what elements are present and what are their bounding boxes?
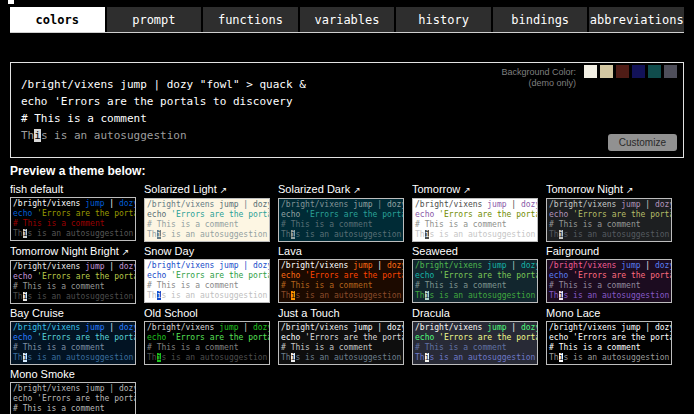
token-command: dozy (253, 261, 270, 270)
sample-line: This is an autosuggestion (549, 291, 669, 301)
token-autosuggestion: s is an autosuggestion (161, 291, 267, 300)
tab-colors[interactable]: colors (10, 7, 105, 32)
sample-line: /bright/vixens jump | dozy "fowl" > quac… (415, 323, 535, 333)
tab-variables[interactable]: variables (300, 7, 395, 32)
external-link-icon[interactable]: ↗ (122, 247, 130, 257)
token-fg: | (507, 323, 521, 332)
theme-title-text: Tomorrow Night (546, 183, 623, 195)
theme-title-text: fish default (10, 183, 63, 195)
external-link-icon[interactable]: ↗ (626, 185, 634, 195)
theme-preview-box[interactable]: /bright/vixens jump | dozy "fowl" > quac… (144, 259, 270, 303)
bg-color-swatch-4[interactable] (632, 65, 645, 78)
token-command: jump (621, 261, 640, 270)
theme-preview-box[interactable]: /bright/vixens jump | dozy "fowl" > quac… (10, 321, 136, 365)
token-quote: 'Errors are the portals to discovery (37, 272, 136, 281)
theme-title-text: Mono Smoke (10, 368, 75, 380)
token-comment: # This is a comment (13, 219, 105, 228)
bg-color-swatch-6[interactable] (664, 65, 677, 78)
theme-preview-box[interactable]: /bright/vixens jump | dozy "fowl" > quac… (546, 321, 672, 365)
theme-title-text: Old School (144, 307, 198, 319)
external-link-icon[interactable]: ↗ (463, 185, 471, 195)
bg-color-swatch-1[interactable] (584, 65, 597, 78)
tab-history[interactable]: history (396, 7, 491, 32)
token-autosuggestion: s is an autosuggestion (295, 230, 401, 239)
token-path: /bright/vixens (147, 323, 214, 332)
theme-preview-box[interactable]: /bright/vixens jump | dozy "fowl" > quac… (144, 198, 270, 242)
token-command: jump (621, 323, 640, 332)
tab-bindings[interactable]: bindings (493, 7, 588, 32)
token-autosuggestion: s is an autosuggestion (563, 291, 669, 300)
theme-preview-box[interactable]: /bright/vixens jump | dozy "fowl" > quac… (412, 198, 538, 242)
tab-label: functions (218, 13, 283, 27)
bg-color-swatch-2[interactable] (600, 65, 613, 78)
sample-line: /bright/vixens jump | dozy "fowl" > quac… (415, 200, 535, 210)
sample-line: # This is a comment (13, 343, 133, 353)
token-comment: # This is a comment (147, 281, 239, 290)
theme-grid: fish default /bright/vixens jump | dozy … (10, 182, 686, 414)
token-path: /bright/vixens (21, 78, 114, 91)
token-comment: # This is a comment (549, 281, 641, 290)
token-command: dozy (387, 323, 404, 332)
token-quote: 'Errors are the portals to discovery (54, 95, 292, 108)
sample-line: This is an autosuggestion (415, 353, 535, 363)
sample-line: /bright/vixens jump | dozy "fowl" > quac… (549, 261, 669, 271)
theme-preview-box[interactable]: /bright/vixens jump | dozy "fowl" > quac… (412, 259, 538, 303)
theme-preview-box[interactable]: /bright/vixens jump | dozy "fowl" > quac… (546, 259, 672, 303)
theme-preview-box[interactable]: /bright/vixens jump | dozy "fowl" > quac… (546, 198, 672, 242)
sample-line: echo 'Errors are the portals to discover… (281, 271, 401, 281)
sample-line: # This is a comment (21, 110, 683, 127)
tab-abbreviations[interactable]: abbreviations (589, 7, 684, 32)
token-command: echo (549, 271, 568, 280)
tab-functions[interactable]: functions (203, 7, 298, 32)
sample-line: # This is a comment (13, 219, 133, 229)
token-quote: 'Errors are the portals to discovery (439, 210, 538, 219)
token-autosuggestion: Th (147, 353, 157, 362)
external-link-icon[interactable]: ↗ (220, 185, 228, 195)
token-command: dozy (655, 323, 672, 332)
tab-label: colors (36, 13, 79, 27)
theme-preview-box[interactable]: /bright/vixens jump | dozy "fowl" > quac… (10, 382, 136, 414)
theme-title-text: Snow Day (144, 245, 194, 257)
token-path: /bright/vixens (281, 261, 348, 270)
theme-preview-box[interactable]: /bright/vixens jump | dozy "fowl" > quac… (278, 259, 404, 303)
theme-title: fish default (10, 183, 136, 195)
token-redirect: > (246, 78, 253, 91)
token-autosuggestion: s is an autosuggestion (429, 230, 535, 239)
theme-card-just-a-touch: Just a Touch /bright/vixens jump | dozy … (278, 306, 404, 365)
token-comment: # This is a comment (21, 112, 147, 125)
theme-preview-box[interactable]: /bright/vixens jump | dozy "fowl" > quac… (10, 260, 136, 304)
theme-preview-box[interactable]: /bright/vixens jump | dozy "fowl" > quac… (278, 321, 404, 365)
token-quote: 'Errors are the portals to discovery (439, 333, 538, 342)
theme-preview-box[interactable]: /bright/vixens jump | dozy "fowl" > quac… (10, 197, 136, 241)
sample-line: # This is a comment (415, 343, 535, 353)
theme-preview-box[interactable]: /bright/vixens jump | dozy "fowl" > quac… (144, 321, 270, 365)
external-link-icon[interactable]: ↗ (353, 185, 361, 195)
token-command: echo (21, 95, 48, 108)
theme-preview-box[interactable]: /bright/vixens jump | dozy "fowl" > quac… (412, 321, 538, 365)
sample-line: echo 'Errors are the portals to discover… (147, 271, 267, 281)
theme-title-text: Tomorrow (412, 183, 460, 195)
theme-title: Solarized Light↗ (144, 183, 270, 196)
token-autosuggestion: Th (549, 230, 559, 239)
theme-card-mono-smoke: Mono Smoke /bright/vixens jump | dozy "f… (10, 367, 136, 414)
preview-heading: Preview a theme below: (10, 164, 145, 178)
token-quote: 'Errors are the portals to discovery (573, 271, 672, 280)
bg-color-swatch-5[interactable] (648, 65, 661, 78)
token-comment: # This is a comment (281, 343, 373, 352)
theme-preview-box[interactable]: /bright/vixens jump | dozy "fowl" > quac… (278, 198, 404, 242)
theme-title: Solarized Dark↗ (278, 183, 404, 196)
sample-line: This is an autosuggestion (13, 229, 133, 239)
sample-line: /bright/vixens jump | dozy "fowl" > quac… (13, 384, 133, 394)
sample-line: # This is a comment (549, 220, 669, 230)
token-command: jump (219, 323, 238, 332)
customize-button[interactable]: Customize (608, 134, 677, 151)
tab-prompt[interactable]: prompt (107, 7, 202, 32)
sample-line: # This is a comment (13, 282, 133, 292)
sample-line: This is an autosuggestion (281, 291, 401, 301)
bg-color-swatch-3[interactable] (616, 65, 629, 78)
token-comment: # This is a comment (281, 281, 373, 290)
token-fg: | (373, 323, 387, 332)
sample-line: echo 'Errors are the portals to discover… (415, 210, 535, 220)
token-fg: | (373, 261, 387, 270)
token-end: & (299, 78, 306, 91)
